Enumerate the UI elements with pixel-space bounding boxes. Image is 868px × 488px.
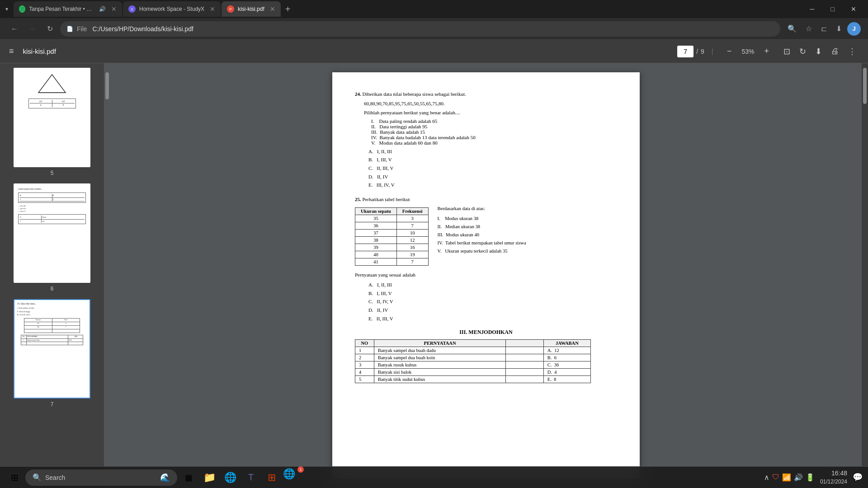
table-header-freq: Frekuensi <box>396 208 428 215</box>
volume-icon[interactable]: 🔊 <box>794 473 803 482</box>
question-25: 25. Perhatikan tabel berikut Ukuran sepa… <box>355 196 617 323</box>
address-bar: ← → ↻ 📄 File C:/Users/HP/Downloads/kisi-… <box>0 18 868 40</box>
widgets-icon: ▦ <box>185 473 193 483</box>
download-indicator[interactable]: ⬇ <box>832 22 845 36</box>
file-protocol-icon: 📄 <box>66 26 73 32</box>
right-scrollbar[interactable] <box>862 63 868 488</box>
badge-count: 1 <box>297 466 304 473</box>
menu-icon[interactable]: ≡ <box>9 47 14 56</box>
taskbar-chrome[interactable]: 🌐 <box>221 468 240 487</box>
thumbnail-5[interactable]: col col a b 5 <box>14 68 90 176</box>
match-row-1: 1 Banyak sampel dua buah dadu A. 12 <box>355 347 591 354</box>
q25-side-stmt-2: II. Median ukuran 38 <box>438 223 526 231</box>
antivirus-icon[interactable]: 🛡 <box>772 473 779 481</box>
q24-data: 60,80,90,70,85,95,75,65,50,55,65,75,80. <box>364 100 617 108</box>
match-row-3: 3 Banyak rusuk kubus C. 36 <box>355 361 591 369</box>
thumb-6-num: 6 <box>51 286 54 292</box>
match-col-answer: JAWABAN <box>543 340 590 347</box>
fit-page-button[interactable]: ⊡ <box>781 44 793 59</box>
chevron-up-icon[interactable]: ∧ <box>764 473 769 482</box>
match-table: NO PERNYATAAN JAWABAN 1 Banyak sampel du… <box>355 339 591 383</box>
q25-opt-a: A. I, II, III <box>368 281 617 289</box>
q24-opt-c: C. II, III, V <box>368 164 617 173</box>
tab-spotify[interactable]: 🎵 Tanpa Pesan Terakhir • Seve... 🔊 ✕ <box>14 1 122 17</box>
pdf-title: kisi-kisi.pdf <box>23 47 672 55</box>
sidebar-scroll-track[interactable] <box>104 63 110 488</box>
tab-dropdown-arrow[interactable]: ▾ <box>4 4 10 14</box>
forward-button[interactable]: → <box>25 22 40 36</box>
sidebar-scroll-thumb[interactable] <box>105 72 109 99</box>
back-button[interactable]: ← <box>7 22 22 36</box>
minimize-button[interactable]: ─ <box>802 0 823 18</box>
user-avatar[interactable]: J <box>847 22 861 36</box>
q24-stmt-3: III. Banyak data adalah 15 <box>371 129 617 135</box>
table-row: 3916 <box>355 244 429 251</box>
taskbar-file-explorer[interactable]: 📁 <box>200 468 219 487</box>
url-bar[interactable]: 📄 File C:/Users/HP/Downloads/kisi-kisi.p… <box>60 21 780 37</box>
q25-side-stmt-1: I. Modus ukuran 38 <box>438 215 526 223</box>
pdf-content-area[interactable]: 24. Diberikan data nilai beberapa siswa … <box>110 63 862 488</box>
taskbar: ⊞ 🔍 Search 🌊 ▦ 📁 🌐 T ⊞ 🌐 1 ∧ 🛡 📶 🔊 🔋 16:… <box>0 466 868 488</box>
sidebar: col col a b 5 Lorem ipsum text content..… <box>0 63 104 488</box>
spotify-favicon-icon: 🎵 <box>19 5 25 13</box>
taskbar-chrome2[interactable]: 🌐 1 <box>283 468 302 487</box>
notification-icon[interactable]: 💬 <box>853 472 863 482</box>
table-row: 367 <box>355 222 429 230</box>
new-tab-button[interactable]: + <box>282 2 294 16</box>
zoom-out-button[interactable]: − <box>724 45 735 58</box>
bookmark-button[interactable]: ☆ <box>802 22 816 36</box>
browser-chrome: ▾ 🎵 Tanpa Pesan Terakhir • Seve... 🔊 ✕ S… <box>0 0 868 63</box>
cast-button[interactable]: ⊏ <box>817 22 830 36</box>
maximize-button[interactable]: □ <box>823 0 843 18</box>
chrome2-icon: 🌐 <box>283 468 295 479</box>
q25-instruction: Pernyataan yang sesuai adalah <box>355 271 617 279</box>
clock[interactable]: 16:48 01/12/2024 <box>820 469 847 485</box>
q24-opt-e: E. III, IV, V <box>368 181 617 189</box>
tab-studyx[interactable]: S Homework Space - StudyX ✕ <box>123 1 221 17</box>
pdf-download-button[interactable]: ⬇ <box>812 44 825 59</box>
section-3: III. MENJODOHKAN NO PERNYATAAN JAWABAN <box>355 329 617 383</box>
taskbar-search-text: Search <box>45 474 65 481</box>
page-number-input[interactable] <box>677 46 693 57</box>
date-display: 01/12/2024 <box>820 478 847 486</box>
start-button[interactable]: ⊞ <box>5 469 24 487</box>
rotate-button[interactable]: ↻ <box>797 44 809 59</box>
match-col-statement: PERNYATAAN <box>374 340 506 347</box>
total-pages: 9 <box>701 48 704 55</box>
file-explorer-icon: 📁 <box>203 472 216 483</box>
page-separator: / <box>696 48 698 55</box>
table-header-size: Ukuran sepatu <box>355 208 397 215</box>
pdf-more-button[interactable]: ⋮ <box>845 44 859 59</box>
main-area: col col a b 5 Lorem ipsum text content..… <box>0 63 868 488</box>
q25-options: A. I, II, III B. I, III, V C. II, IV, V … <box>368 281 617 323</box>
thumbnail-6[interactable]: Lorem ipsum text content... A B 1 2 — It… <box>14 183 90 292</box>
thumbnail-7[interactable]: 24. Data nilai siswa... I. Data paling r… <box>14 299 90 408</box>
match-row-2: 2 Banyak sampel dua buah koin B. 6 <box>355 354 591 361</box>
right-scroll-thumb[interactable] <box>863 68 867 104</box>
reload-button[interactable]: ↻ <box>43 22 57 36</box>
tab-bar: ▾ 🎵 Tanpa Pesan Terakhir • Seve... 🔊 ✕ S… <box>0 0 868 18</box>
tab3-close-icon[interactable]: ✕ <box>270 5 275 13</box>
search-page-button[interactable]: 🔍 <box>784 22 800 36</box>
tab1-close-icon[interactable]: ✕ <box>111 5 117 13</box>
taskbar-search[interactable]: 🔍 Search 🌊 <box>25 469 177 486</box>
q25-side-notes: Berdasarkan data di atas: I. Modus ukura… <box>438 205 526 255</box>
teams-icon: T <box>248 472 254 483</box>
q24-stmt-2: II. Data tertinggi adalah 95 <box>371 124 617 129</box>
question-24: 24. Diberikan data nilai beberapa siswa … <box>355 90 617 189</box>
zoom-in-button[interactable]: + <box>761 45 772 58</box>
pdf-print-button[interactable]: 🖨 <box>828 44 842 59</box>
close-button[interactable]: ✕ <box>843 0 864 18</box>
table-row: 3710 <box>355 230 429 237</box>
taskbar-widgets[interactable]: ▦ <box>179 468 198 487</box>
tab-pdf[interactable]: P kisi-kisi.pdf ✕ <box>222 1 281 17</box>
q25-side-stmt-5: V. Ukuran sepatu terkecil adalah 35 <box>438 247 526 255</box>
url-path: C:/Users/HP/Downloads/kisi-kisi.pdf <box>93 25 193 33</box>
taskbar-teams[interactable]: T <box>241 468 260 487</box>
taskbar-office[interactable]: ⊞ <box>262 468 281 487</box>
time-display: 16:48 <box>820 469 847 478</box>
q24-opt-a: A. I, II, III <box>368 147 617 156</box>
wifi-icon[interactable]: 📶 <box>782 473 791 482</box>
battery-icon[interactable]: 🔋 <box>806 473 815 482</box>
tab2-close-icon[interactable]: ✕ <box>210 5 215 13</box>
